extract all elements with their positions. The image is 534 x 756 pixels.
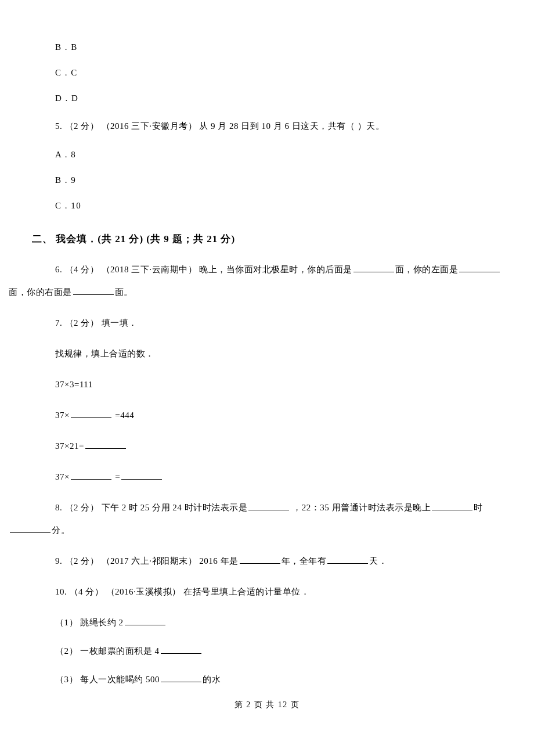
q10-s3-suffix: 的水 bbox=[203, 675, 221, 684]
q6-blank-2 bbox=[459, 264, 500, 272]
q10-s1-prefix: （1） 跳绳长约 2 bbox=[55, 618, 124, 627]
question-8: 8. （2 分） 下午 2 时 25 分用 24 时计时法表示是 ，22：35 … bbox=[32, 496, 502, 542]
q9-mid: 年，全年有 bbox=[282, 556, 327, 566]
q10-blank-3 bbox=[161, 674, 201, 682]
q8-prefix: 8. （2 分） 下午 2 时 25 分用 24 时计时法表示是 bbox=[55, 503, 247, 512]
q5-option-a: A . 8 bbox=[55, 146, 502, 163]
page-content: B . B C . C D . D 5. （2 分） （2016 三下·安徽月考… bbox=[0, 0, 534, 713]
q7-line3-prefix: 37× bbox=[55, 411, 70, 420]
q5-option-c: C . 10 bbox=[55, 197, 502, 214]
prev-option-c: C . C bbox=[55, 64, 502, 81]
question-7-stem: 7. （2 分） 填一填． bbox=[55, 312, 502, 334]
page-footer: 第 2 页 共 12 页 bbox=[32, 697, 502, 713]
q5-option-b: B . 9 bbox=[55, 171, 502, 189]
question-6: 6. （4 分） （2018 三下·云南期中） 晚上，当你面对北极星时，你的后面… bbox=[32, 258, 502, 304]
q7-line5-mid: = bbox=[113, 472, 120, 481]
q8-blank-1 bbox=[248, 502, 289, 510]
q7-line5-prefix: 37× bbox=[55, 472, 70, 481]
q10-s3-prefix: （3） 每人一次能喝约 500 bbox=[55, 675, 160, 684]
q8-suffix1: 时 bbox=[474, 503, 483, 512]
q9-blank-1 bbox=[240, 555, 280, 564]
q7-line-1: 找规律，填上合适的数． bbox=[55, 343, 502, 365]
q8-suffix2: 分。 bbox=[52, 525, 70, 535]
prev-option-b: B . B bbox=[55, 38, 502, 56]
q10-blank-1 bbox=[125, 617, 165, 625]
q6-text-3: 面，你的右面是 bbox=[9, 287, 72, 297]
q7-blank-2 bbox=[85, 440, 126, 449]
question-5-stem: 5. （2 分） （2016 三下·安徽月考） 从 9 月 28 日到 10 月… bbox=[55, 115, 502, 138]
q9-prefix: 9. （2 分） （2017 六上·祁阳期末） 2016 年是 bbox=[55, 556, 239, 566]
q7-line-4: 37×21= bbox=[55, 435, 502, 458]
q9-suffix: 天． bbox=[369, 556, 387, 566]
q10-sub-2: （2） 一枚邮票的面积是 4 bbox=[55, 640, 502, 663]
q10-sub-1: （1） 跳绳长约 2 bbox=[55, 611, 502, 634]
section-2-header: 二、 我会填．(共 21 分) (共 9 题；共 21 分) bbox=[32, 229, 502, 249]
q7-line-3: 37× =444 bbox=[55, 404, 502, 427]
q8-blank-2 bbox=[432, 502, 472, 510]
q10-s2-prefix: （2） 一枚邮票的面积是 4 bbox=[55, 646, 160, 656]
question-10-stem: 10. （4 分） （2016·玉溪模拟） 在括号里填上合适的计量单位． bbox=[55, 581, 502, 603]
q10-blank-2 bbox=[161, 645, 201, 654]
q9-blank-2 bbox=[327, 555, 368, 564]
q7-line4-prefix: 37×21= bbox=[55, 441, 84, 451]
q6-text-4: 面。 bbox=[115, 287, 133, 297]
prev-option-d: D . D bbox=[55, 89, 502, 107]
q8-mid: ，22：35 用普通计时法表示是晚上 bbox=[290, 503, 431, 512]
q7-blank-3 bbox=[71, 471, 111, 480]
q6-blank-3 bbox=[73, 286, 114, 295]
q7-blank-4 bbox=[121, 471, 162, 480]
q6-text-1: 6. （4 分） （2018 三下·云南期中） 晚上，当你面对北极星时，你的后面… bbox=[55, 265, 352, 274]
q10-sub-3: （3） 每人一次能喝约 500的水 bbox=[55, 668, 502, 691]
q8-blank-3 bbox=[10, 524, 50, 533]
q7-line-5: 37× = bbox=[55, 466, 502, 488]
q6-blank-1 bbox=[353, 264, 394, 272]
q6-text-2: 面，你的左面是 bbox=[395, 265, 459, 274]
q7-blank-1 bbox=[71, 409, 111, 418]
question-9: 9. （2 分） （2017 六上·祁阳期末） 2016 年是年，全年有天． bbox=[55, 550, 502, 573]
q7-line3-suffix: =444 bbox=[113, 411, 134, 420]
q7-line-2: 37×3=111 bbox=[55, 373, 502, 396]
